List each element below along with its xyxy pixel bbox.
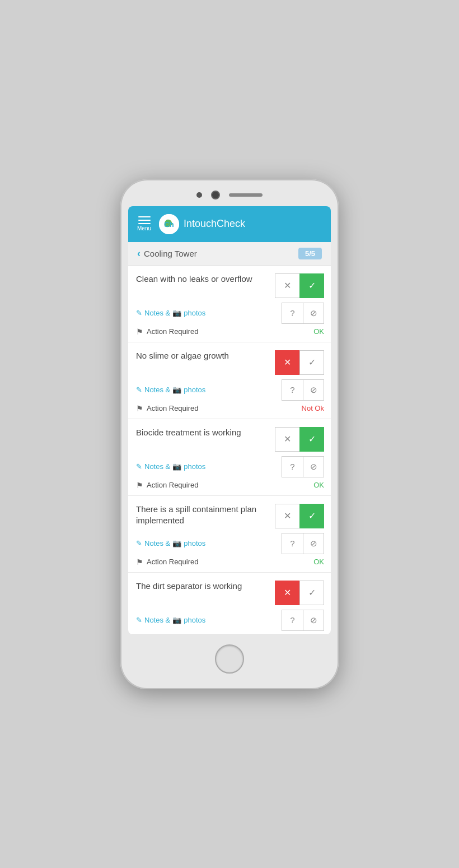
item-question: Clean with no leaks or overflow [136, 273, 269, 285]
item-question: No slime or algae growth [136, 350, 269, 361]
back-bar: ‹ Cooling Tower 5/5 [128, 242, 331, 266]
primary-buttons: ✕ ✓ [275, 273, 324, 298]
menu-button[interactable] [138, 216, 151, 224]
x-button[interactable]: ✕ [275, 581, 299, 605]
edit-icon: ✎ [136, 462, 142, 471]
x-button[interactable]: ✕ [275, 273, 299, 298]
question-button[interactable]: ? [282, 610, 303, 631]
item-question: Biocide treatment is working [136, 427, 269, 438]
app-logo: Ch [159, 214, 179, 234]
photos-text: photos [184, 462, 205, 471]
notes-photos-link[interactable]: ✎ Notes & 📷 photos [136, 386, 205, 394]
question-button[interactable]: ? [282, 456, 303, 477]
item-bottom: ⚑ Action Required OK [136, 327, 324, 336]
phone-screen: Menu Ch IntouchCheck ‹ Cooling Tower [128, 206, 331, 634]
front-camera [211, 191, 220, 199]
camera-icon: 📷 [172, 386, 181, 394]
x-button[interactable]: ✕ [275, 504, 299, 528]
item-bottom: ⚑ Action Required OK [136, 558, 324, 567]
edit-icon: ✎ [136, 309, 142, 317]
flag-icon: ⚑ [136, 558, 143, 567]
status-label: OK [313, 558, 324, 566]
item-meta: ✎ Notes & 📷 photos ? ⊘ [136, 379, 324, 401]
item-meta: ✎ Notes & 📷 photos ? ⊘ [136, 533, 324, 554]
back-button[interactable]: ‹ Cooling Tower [137, 248, 197, 259]
action-required[interactable]: ⚑ Action Required [136, 558, 199, 567]
notes-text: Notes & [144, 616, 170, 624]
secondary-buttons: ? ⊘ [282, 303, 324, 324]
check-item-5: The dirt separator is working ✕ ✓ ✎ Note… [128, 573, 331, 634]
edit-icon: ✎ [136, 616, 142, 624]
phone-sensors [128, 191, 331, 199]
photos-text: photos [184, 386, 205, 394]
no-button[interactable]: ⊘ [303, 533, 324, 554]
item-top: No slime or algae growth ✕ ✓ [136, 350, 324, 375]
back-title: Cooling Tower [144, 249, 197, 258]
no-button[interactable]: ⊘ [303, 379, 324, 401]
question-button[interactable]: ? [282, 303, 303, 324]
check-button[interactable]: ✓ [299, 273, 324, 298]
no-button[interactable]: ⊘ [303, 456, 324, 477]
secondary-buttons: ? ⊘ [282, 610, 324, 631]
photos-text: photos [184, 539, 205, 547]
notes-text: Notes & [144, 309, 170, 317]
notes-photos-link[interactable]: ✎ Notes & 📷 photos [136, 539, 205, 547]
primary-buttons: ✕ ✓ [275, 504, 324, 528]
no-button[interactable]: ⊘ [303, 303, 324, 324]
check-item-1: Clean with no leaks or overflow ✕ ✓ ✎ No… [128, 266, 331, 342]
item-question: The dirt separator is working [136, 581, 269, 592]
item-bottom: ⚑ Action Required OK [136, 481, 324, 490]
check-button[interactable]: ✓ [299, 581, 324, 605]
x-button[interactable]: ✕ [275, 350, 299, 375]
check-button[interactable]: ✓ [299, 504, 324, 528]
check-items-list: Clean with no leaks or overflow ✕ ✓ ✎ No… [128, 266, 331, 634]
secondary-buttons: ? ⊘ [282, 533, 324, 554]
phone-shell: Menu Ch IntouchCheck ‹ Cooling Tower [120, 179, 339, 689]
status-label: Not Ok [302, 404, 324, 412]
item-top: There is a spill containment plan implem… [136, 504, 324, 528]
action-required-label: Action Required [147, 481, 199, 489]
speaker [229, 193, 263, 197]
secondary-buttons: ? ⊘ [282, 456, 324, 477]
notes-photos-link[interactable]: ✎ Notes & 📷 photos [136, 616, 205, 624]
notes-text: Notes & [144, 386, 170, 394]
action-required-label: Action Required [147, 327, 199, 336]
status-label: OK [313, 327, 324, 336]
action-required[interactable]: ⚑ Action Required [136, 327, 199, 336]
sensor-dot [196, 192, 202, 198]
camera-icon: 📷 [172, 616, 181, 624]
notes-photos-link[interactable]: ✎ Notes & 📷 photos [136, 309, 205, 317]
camera-icon: 📷 [172, 539, 181, 547]
flag-icon: ⚑ [136, 327, 143, 336]
check-button[interactable]: ✓ [299, 350, 324, 375]
item-meta: ✎ Notes & 📷 photos ? ⊘ [136, 456, 324, 477]
app-header: Menu Ch IntouchCheck [128, 206, 331, 242]
home-button[interactable] [215, 644, 244, 674]
action-required[interactable]: ⚑ Action Required [136, 404, 199, 413]
item-meta: ✎ Notes & 📷 photos ? ⊘ [136, 303, 324, 324]
item-top: Clean with no leaks or overflow ✕ ✓ [136, 273, 324, 298]
camera-icon: 📷 [172, 462, 181, 471]
primary-buttons: ✕ ✓ [275, 427, 324, 452]
notes-photos-link[interactable]: ✎ Notes & 📷 photos [136, 462, 205, 471]
app-name: IntouchCheck [184, 218, 245, 230]
camera-icon: 📷 [172, 309, 181, 317]
question-button[interactable]: ? [282, 533, 303, 554]
action-required-label: Action Required [147, 404, 199, 412]
chevron-left-icon: ‹ [137, 248, 140, 259]
primary-buttons: ✕ ✓ [275, 581, 324, 605]
check-item-2: No slime or algae growth ✕ ✓ ✎ Notes & 📷… [128, 342, 331, 419]
item-top: The dirt separator is working ✕ ✓ [136, 581, 324, 605]
action-required-label: Action Required [147, 558, 199, 566]
x-button[interactable]: ✕ [275, 427, 299, 452]
app-logo-area: Ch IntouchCheck [159, 214, 245, 234]
question-button[interactable]: ? [282, 379, 303, 401]
notes-text: Notes & [144, 539, 170, 547]
edit-icon: ✎ [136, 539, 142, 547]
no-button[interactable]: ⊘ [303, 610, 324, 631]
check-button[interactable]: ✓ [299, 427, 324, 452]
item-meta: ✎ Notes & 📷 photos ? ⊘ [136, 610, 324, 631]
check-item-4: There is a spill containment plan implem… [128, 496, 331, 573]
action-required[interactable]: ⚑ Action Required [136, 481, 199, 490]
status-label: OK [313, 481, 324, 489]
